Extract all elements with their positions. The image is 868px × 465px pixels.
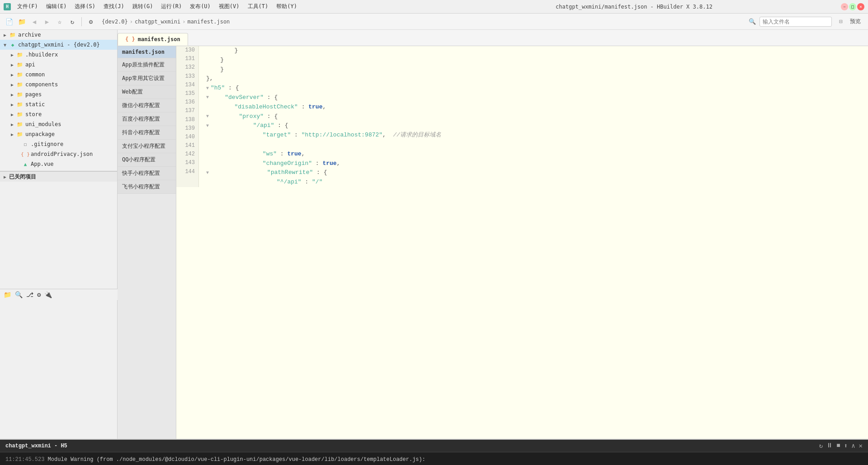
fold-135[interactable]: ▼ [206, 94, 209, 101]
menu-help[interactable]: 帮助(Y) [273, 2, 301, 11]
sidebar-item-appvue[interactable]: ▶ ▲ App.vue [0, 159, 117, 169]
arrow-icon-project: ▼ [4, 42, 9, 47]
folder-icon-components: 📁 [16, 81, 24, 88]
fold-138[interactable]: ▼ [206, 122, 209, 130]
code-line-134: ▼ "h5" : { [206, 84, 861, 93]
fold-137[interactable]: ▼ [206, 113, 209, 120]
code-editor[interactable]: 130 131 132 133 134 135 136 137 138 139 … [176, 46, 868, 439]
config-item-app-native[interactable]: App原生插件配置 [118, 58, 176, 72]
menu-tools[interactable]: 工具(T) [244, 2, 272, 11]
preview-button[interactable]: 预览 [846, 17, 864, 26]
bottom-close-icon[interactable]: ✕ [859, 442, 863, 450]
config-item-baidu[interactable]: 百度小程序配置 [118, 113, 176, 126]
code-line-139: "target" : "http://localhost:9872" , //请… [206, 131, 861, 140]
filter-icon: ⊟ [839, 18, 843, 25]
code-content: } } } }, ▼ "h5" : { ▼ "devServer" : { [199, 46, 868, 187]
bottom-pause-icon[interactable]: ⏸ [826, 442, 833, 450]
sidebar-bottom-settings-icon[interactable]: ⚙ [37, 291, 41, 298]
code-line-131: } [206, 56, 861, 65]
sidebar-closed-projects[interactable]: ▶ 已关闭项目 [0, 172, 117, 182]
config-item-feishu[interactable]: 飞书小程序配置 [118, 180, 176, 194]
sidebar-bottom-folder-icon[interactable]: 📁 [4, 291, 11, 298]
line-numbers: 130 131 132 133 134 135 136 137 138 139 … [176, 46, 199, 187]
sidebar-bottom-search-icon[interactable]: 🔍 [15, 291, 23, 298]
bottom-export-icon[interactable]: ⬆ [844, 442, 848, 450]
config-panel: manifest.json App原生插件配置 App常用其它设置 Web配置 … [118, 46, 176, 439]
toolbar: 📄 📁 ◀ ▶ ☆ ↻ ⚙ {dev2.0} › chatgpt_wxmini … [0, 14, 868, 30]
code-line-133: }, [206, 74, 861, 84]
sidebar-item-project[interactable]: ▼ ◆ chatgpt_wxmini - {dev2.0} [0, 40, 117, 50]
arrow-store: ▶ [11, 112, 16, 117]
menu-edit[interactable]: 编辑(E) [42, 2, 71, 11]
maximize-button[interactable]: □ [849, 3, 856, 10]
settings-button[interactable]: ⚙ [85, 16, 96, 27]
fold-134[interactable]: ▼ [206, 85, 209, 92]
config-item-manifest[interactable]: manifest.json [118, 46, 176, 58]
config-item-kuaishou[interactable]: 快手小程序配置 [118, 167, 176, 180]
menu-select[interactable]: 选择(S) [71, 2, 99, 11]
sidebar-label-pages: pages [25, 91, 42, 98]
breadcrumb-project[interactable]: chatgpt_wxmini [135, 19, 180, 25]
search-input[interactable] [760, 17, 832, 27]
sidebar-item-android-privacy[interactable]: ▶ { } androidPrivacy.json [0, 149, 117, 159]
close-button[interactable]: ✕ [857, 3, 864, 10]
sidebar-item-archive[interactable]: ▶ 📁 archive [0, 30, 117, 40]
menu-jump[interactable]: 跳转(G) [129, 2, 157, 11]
menu-run[interactable]: 运行(R) [157, 2, 185, 11]
sidebar-label-gitignore: .gitignore [31, 141, 63, 147]
sidebar-label-components: components [25, 81, 58, 88]
sidebar-item-components[interactable]: ▶ 📁 components [0, 80, 117, 89]
bottom-panel-controls: ↻ ⏸ ■ ⬆ ∧ ✕ [819, 442, 863, 450]
arrow-closed: ▶ [4, 174, 9, 179]
config-item-weixin[interactable]: 微信小程序配置 [118, 99, 176, 113]
arrow-static: ▶ [11, 102, 16, 107]
code-line-135: ▼ "devServer" : { [206, 93, 861, 103]
sidebar-label-common: common [25, 71, 45, 78]
sidebar-item-pages[interactable]: ▶ 📁 pages [0, 89, 117, 99]
code-line-130: } [206, 46, 861, 56]
menu-publish[interactable]: 发布(U) [186, 2, 214, 11]
config-item-app-common[interactable]: App常用其它设置 [118, 72, 176, 85]
tab-manifest[interactable]: { } manifest.json [118, 33, 188, 46]
arrow-pages: ▶ [11, 92, 16, 97]
sidebar-item-api[interactable]: ▶ 📁 api [0, 60, 117, 70]
sidebar-bottom-git-icon[interactable]: ⎇ [26, 291, 33, 298]
minimize-button[interactable]: － [841, 3, 848, 10]
sidebar-bottom-plugin-icon[interactable]: 🔌 [44, 291, 52, 298]
sidebar-item-hbuilderx[interactable]: ▶ 📁 .hbuilderx [0, 50, 117, 60]
code-line-138: ▼ "/api" : { [206, 121, 861, 131]
folder-icon-static: 📁 [16, 101, 24, 108]
config-item-douyin[interactable]: 抖音小程序配置 [118, 126, 176, 140]
code-line-143: ▼ "pathRewrite" : { [206, 168, 861, 178]
fold-143[interactable]: ▼ [206, 169, 209, 177]
sidebar-item-unpackage[interactable]: ▶ 📁 unpackage [0, 129, 117, 139]
new-file-button[interactable]: 📄 [4, 16, 14, 27]
bottom-refresh-icon[interactable]: ↻ [819, 442, 823, 450]
menu-view[interactable]: 视图(V) [215, 2, 243, 11]
breadcrumb-file[interactable]: manifest.json [187, 19, 230, 25]
sidebar-item-common[interactable]: ▶ 📁 common [0, 70, 117, 80]
bottom-expand-icon[interactable]: ∧ [851, 442, 855, 450]
sidebar-item-uni_modules[interactable]: ▶ 📁 uni_modules [0, 119, 117, 129]
arrow-hbuilderx: ▶ [11, 52, 16, 57]
breadcrumb-dev[interactable]: {dev2.0} [102, 19, 128, 25]
back-button[interactable]: ◀ [29, 16, 40, 27]
bottom-panel-header: chatgpt_wxmini - H5 ↻ ⏸ ■ ⬆ ∧ ✕ [0, 440, 868, 452]
bottom-stop-icon[interactable]: ■ [836, 442, 840, 450]
menu-file[interactable]: 文件(F) [14, 2, 42, 11]
log-line-0: 11:21:45.523 Module Warning (from ./node… [5, 455, 863, 464]
sidebar-label-uni_modules: uni_modules [25, 121, 61, 127]
menu-find[interactable]: 查找(J) [100, 2, 128, 11]
sidebar-item-store[interactable]: ▶ 📁 store [0, 109, 117, 119]
open-folder-button[interactable]: 📁 [16, 16, 27, 27]
sidebar-item-gitignore[interactable]: ▶ ◻ .gitignore [0, 139, 117, 149]
config-item-web[interactable]: Web配置 [118, 85, 176, 99]
bookmark-button[interactable]: ☆ [54, 16, 65, 27]
titlebar: H 文件(F) 编辑(E) 选择(S) 查找(J) 跳转(G) 运行(R) 发布… [0, 0, 868, 14]
config-item-qq[interactable]: QQ小程序配置 [118, 153, 176, 167]
file-icon-gitignore: ◻ [22, 141, 29, 147]
sidebar-item-static[interactable]: ▶ 📁 static [0, 99, 117, 109]
config-item-zhifubao[interactable]: 支付宝小程序配置 [118, 140, 176, 153]
forward-button[interactable]: ▶ [42, 16, 52, 27]
refresh-button[interactable]: ↻ [67, 16, 78, 27]
